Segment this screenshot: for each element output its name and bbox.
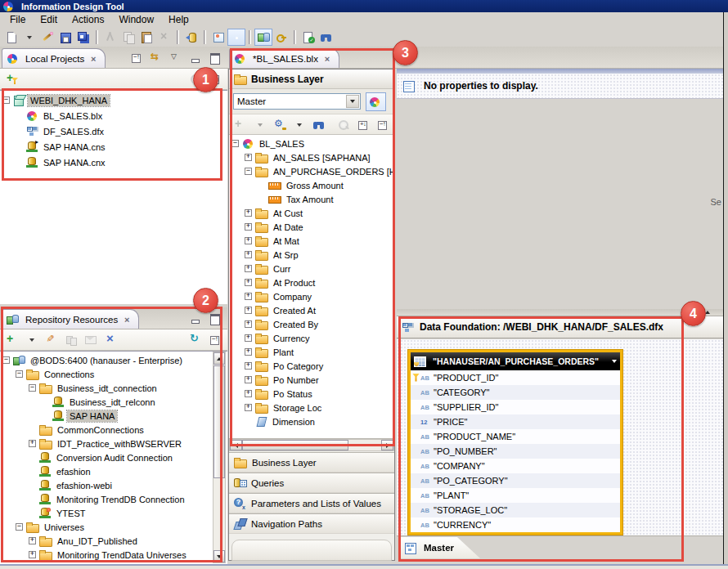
expander-plus-icon[interactable] [245, 209, 252, 217]
menu-help[interactable]: Help [161, 13, 196, 26]
expander-plus-icon[interactable] [29, 537, 36, 544]
tree-item-sap-hana-cns[interactable]: SAP HANA.cns [0, 139, 227, 155]
tree-item-business-idt-connection[interactable]: Business_idt_connection [0, 381, 227, 395]
publish-button[interactable] [182, 29, 200, 46]
scrollbar-thumb[interactable] [213, 365, 225, 478]
tree-item-po-status[interactable]: Po Status [229, 387, 394, 401]
tab-local-projects[interactable]: Local Projects [2, 48, 106, 68]
tree-item-monitoring-trenddb-connection[interactable]: Monitoring TrendDB Connection [0, 492, 227, 506]
view-selector-combobox[interactable]: Master [233, 93, 361, 110]
table-column-category[interactable]: AB"CATEGORY" [411, 385, 620, 400]
tree-item-company[interactable]: Company [229, 289, 394, 303]
vertical-scrollbar[interactable] [213, 352, 226, 563]
tree-item-at-date[interactable]: At Date [229, 220, 394, 234]
check-integrity-button[interactable] [299, 29, 317, 46]
section-bar-parameters-and-lists-of-values[interactable]: Parameters and Lists of Values [229, 493, 394, 513]
tree-item-connections[interactable]: Connections [0, 367, 227, 381]
security-key-button[interactable] [272, 29, 290, 46]
menu-file[interactable]: File [2, 13, 33, 26]
data-foundation-splitter[interactable] [397, 309, 723, 316]
expander-plus-icon[interactable] [245, 307, 252, 314]
tree-item-efashion-webi[interactable]: efashion-webi [0, 478, 227, 492]
table-menu-icon[interactable] [612, 360, 617, 363]
horizontal-scrollbar[interactable] [229, 439, 394, 451]
expander-minus-icon[interactable] [16, 370, 23, 378]
tree-item-plant[interactable]: Plant [229, 345, 394, 359]
expander-plus-icon[interactable] [245, 223, 252, 231]
table-column-plant[interactable]: AB"PLANT" [411, 488, 620, 503]
rename-button[interactable] [43, 331, 61, 348]
mail-button[interactable] [82, 331, 100, 348]
section-bar-business-layer[interactable]: Business Layer [229, 452, 394, 473]
tree-item-ytest[interactable]: YTEST [0, 506, 227, 520]
section-bar-navigation-paths[interactable]: Navigation Paths [229, 513, 394, 534]
scroll-down-button[interactable] [213, 550, 225, 562]
expander-minus-icon[interactable] [16, 523, 23, 531]
find-binoculars-button[interactable] [310, 116, 328, 133]
insert-image-button[interactable] [209, 29, 227, 46]
save-all-button[interactable] [74, 29, 92, 46]
tree-item-curr[interactable]: Curr [229, 262, 394, 276]
expander-minus-icon[interactable] [2, 96, 10, 104]
table-column-product-name[interactable]: AB"PRODUCT_NAME" [411, 429, 620, 444]
table-column-currency[interactable]: AB"CURRENCY" [411, 517, 620, 532]
tree-item-bl-sales-blx[interactable]: BL_SALES.blx [0, 108, 227, 123]
tree-item-webi-dhk-hana[interactable]: WEBI_DHK_HANA [0, 92, 227, 108]
expander-plus-icon[interactable] [245, 376, 252, 383]
tree-item-po-number[interactable]: Po Number [229, 373, 394, 387]
expander-plus-icon[interactable] [245, 237, 252, 244]
data-foundation-view-button[interactable] [254, 29, 272, 46]
scroll-right-button[interactable] [381, 440, 393, 450]
delete-button[interactable] [155, 29, 173, 46]
dropdown-button[interactable] [20, 29, 38, 46]
tree-item-commonconnections[interactable]: CommonConnections [0, 423, 227, 437]
tree-item-tax-amount[interactable]: Tax Amount [229, 192, 394, 206]
tree-item-gross-amount[interactable]: Gross Amount [229, 178, 394, 192]
tree-item-created-by[interactable]: Created By [229, 317, 394, 331]
scrollbar-thumb[interactable] [242, 440, 348, 450]
expander-minus-icon[interactable] [29, 384, 36, 392]
scroll-left-button[interactable] [230, 440, 242, 450]
scroll-up-button[interactable] [213, 352, 225, 365]
section-bar-queries[interactable]: Queries [229, 473, 394, 493]
tree-item-business-idt-relconn[interactable]: Business_idt_relconn [0, 395, 227, 409]
expander-plus-icon[interactable] [245, 154, 252, 161]
tree-item-sap-hana[interactable]: SAP HANA [0, 409, 227, 423]
tree-item-created-at[interactable]: Created At [229, 303, 394, 317]
copy-button[interactable] [119, 29, 137, 46]
refresh-button[interactable] [186, 331, 204, 348]
expander-plus-icon[interactable] [245, 265, 252, 272]
insert-resource-button[interactable] [3, 70, 21, 87]
table-column-product-id[interactable]: AB"PRODUCT_ID" [411, 370, 620, 385]
tree-item-bods-6400-hanauser-enterprise[interactable]: @BODS:6400 (hanauser - Enterprise) [0, 353, 227, 367]
delete-x-button[interactable] [101, 331, 119, 348]
new-document-button[interactable] [2, 29, 20, 46]
tree-item-anu-idt-published[interactable]: Anu_IDT_Published [0, 534, 227, 548]
expander-minus-icon[interactable] [231, 140, 239, 147]
tree-item-conversion-audit-connection[interactable]: Conversion Audit Connection [0, 450, 227, 464]
expander-plus-icon[interactable] [245, 390, 252, 397]
table-column-company[interactable]: AB"COMPANY" [411, 459, 620, 473]
copy-resource-button[interactable] [62, 331, 80, 348]
tree-item-sap-hana-cnx[interactable]: SAP HANA.cnx [0, 155, 227, 170]
tree-item-idt-practice-withbwserver[interactable]: IDT_Practice_withBWSERVER [0, 437, 227, 450]
expander-plus-icon[interactable] [29, 551, 36, 558]
insert-session-button[interactable] [3, 331, 21, 348]
tab-master[interactable]: Master [400, 537, 480, 558]
tools-button[interactable] [271, 116, 289, 133]
expander-plus-icon[interactable] [245, 251, 252, 258]
expander-plus-icon[interactable] [245, 279, 252, 286]
tree-item-dimension[interactable]: Dimension [229, 414, 394, 428]
tree-item-bl-sales[interactable]: BL_SALES [229, 137, 394, 150]
find-button[interactable] [317, 29, 335, 46]
link-with-editor-button[interactable] [147, 49, 165, 66]
tree-item-universes[interactable]: Universes [0, 520, 227, 534]
collapse-all-button[interactable] [374, 116, 392, 133]
expand-all-button[interactable] [354, 116, 372, 133]
insert-object-button[interactable] [231, 116, 249, 133]
collapse-all-button[interactable] [206, 331, 224, 348]
tree-item-an-purchase-orders-ha[interactable]: AN_PURCHASE_ORDERS [HA [229, 164, 394, 178]
dropdown-button[interactable] [290, 116, 308, 133]
expander-plus-icon[interactable] [245, 320, 252, 328]
combobox-dropdown-button[interactable] [346, 95, 359, 108]
